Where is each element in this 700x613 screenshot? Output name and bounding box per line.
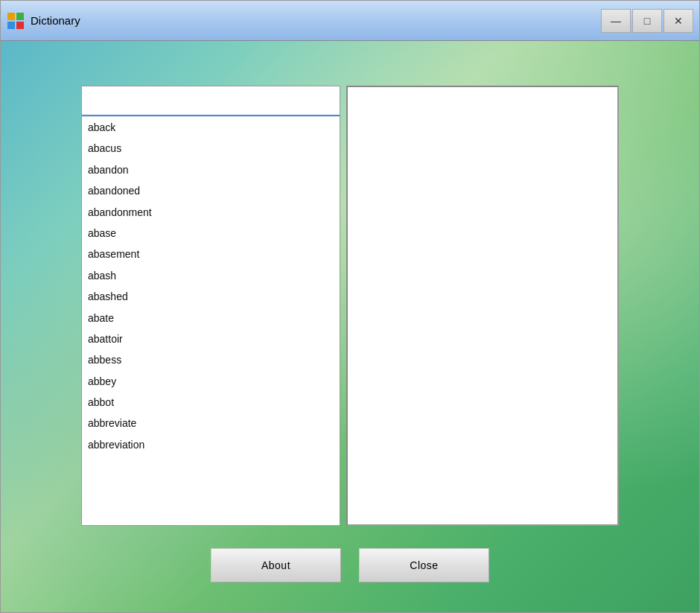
list-item[interactable]: abandonment <box>82 202 340 223</box>
word-list[interactable]: abackabacusabandonabandonedabandonmentab… <box>82 116 340 525</box>
minimize-button[interactable]: — <box>601 9 631 33</box>
list-item[interactable]: abbreviate <box>82 413 340 433</box>
definition-panel <box>346 86 619 526</box>
list-item[interactable]: abasement <box>82 244 340 264</box>
list-item[interactable]: abate <box>82 308 340 328</box>
list-item[interactable]: abbot <box>82 392 340 413</box>
about-button[interactable]: About <box>211 548 341 582</box>
panels-row: abackabacusabandonabandonedabandonmentab… <box>81 86 619 526</box>
list-item[interactable]: abase <box>82 223 340 244</box>
svg-rect-0 <box>7 13 15 20</box>
list-item[interactable]: abashed <box>82 286 340 307</box>
list-item[interactable]: abbey <box>82 371 340 392</box>
list-item[interactable]: abbess <box>82 349 340 370</box>
list-item[interactable]: abandoned <box>82 180 340 201</box>
app-window: Dictionary — □ ✕ abackabacusabandonaband… <box>0 0 700 613</box>
maximize-button[interactable]: □ <box>632 9 662 33</box>
svg-rect-2 <box>16 13 24 20</box>
list-item[interactable]: abandon <box>82 159 340 180</box>
bottom-area: About Close <box>1 526 699 612</box>
title-bar: Dictionary — □ ✕ <box>1 1 699 41</box>
list-item[interactable]: aback <box>82 117 340 138</box>
list-item[interactable]: abbreviation <box>82 434 340 455</box>
svg-rect-1 <box>7 22 15 29</box>
left-panel: abackabacusabandonabandonedabandonmentab… <box>81 86 340 526</box>
window-controls: — □ ✕ <box>601 9 693 33</box>
window-title: Dictionary <box>31 14 601 27</box>
window-body: abackabacusabandonabandonedabandonmentab… <box>1 41 699 612</box>
close-button[interactable]: Close <box>359 548 489 582</box>
app-icon <box>7 12 25 30</box>
list-item[interactable]: abattoir <box>82 328 340 349</box>
list-item[interactable]: abacus <box>82 138 340 159</box>
main-content: abackabacusabandonabandonedabandonmentab… <box>1 41 699 526</box>
list-item[interactable]: abash <box>82 265 340 286</box>
search-input[interactable] <box>82 86 340 116</box>
close-window-button[interactable]: ✕ <box>664 9 693 33</box>
svg-rect-3 <box>16 22 24 29</box>
